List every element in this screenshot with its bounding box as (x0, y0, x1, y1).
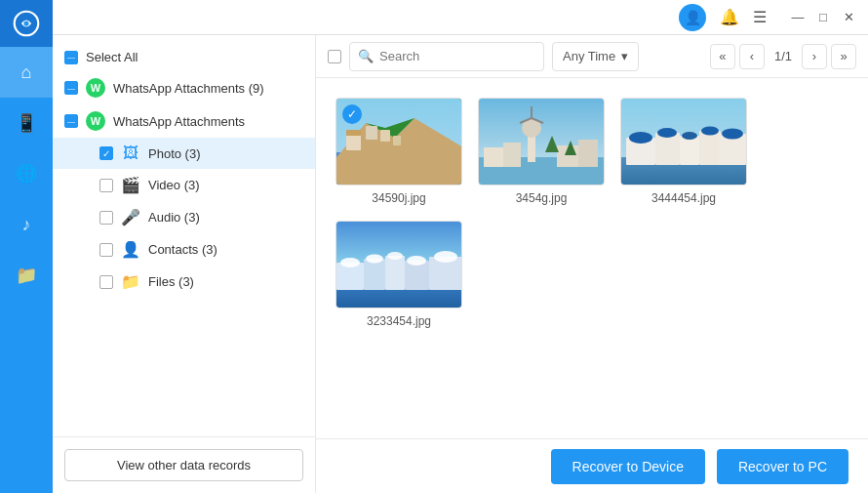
body-area: Select All W WhatsApp Attachments (9) W … (53, 35, 868, 493)
photo-checkbox[interactable] (99, 146, 113, 160)
nav-item-music[interactable]: ♪ (0, 199, 53, 250)
toolbar: 🔍 Any Time ▾ « ‹ 1/1 › » (316, 35, 868, 78)
video-checkbox[interactable] (99, 179, 113, 192)
photo-thumb-3[interactable] (620, 98, 747, 185)
svg-point-45 (387, 252, 403, 260)
svg-rect-28 (680, 136, 699, 165)
sidebar-item-photo[interactable]: 🖼 Photo (3) (53, 138, 315, 169)
photo-filename-2: 3454g.jpg (516, 191, 568, 205)
sidebar-item-audio[interactable]: 🎤 Audio (3) (53, 201, 315, 233)
select-all-checkbox[interactable] (64, 51, 78, 64)
sidebar-item-select-all[interactable]: Select All (53, 43, 315, 71)
photo-item-1[interactable]: ✓ 34590j.jpg (335, 98, 462, 205)
files-icon: 📁 (121, 272, 140, 291)
photo-item-3[interactable]: 3444454.jpg (620, 98, 747, 205)
svg-point-34 (701, 127, 719, 136)
sidebar-item-files[interactable]: 📁 Files (3) (53, 266, 315, 298)
sidebar-item-whatsapp-group[interactable]: W WhatsApp Attachments (9) (53, 71, 315, 104)
svg-rect-9 (380, 130, 390, 142)
svg-rect-8 (366, 126, 377, 140)
photo-item-2[interactable]: 3454g.jpg (478, 98, 605, 205)
content-select-all-checkbox[interactable] (328, 50, 341, 63)
video-label: Video (3) (148, 178, 303, 192)
contacts-checkbox[interactable] (99, 243, 113, 257)
recover-device-button[interactable]: Recover to Device (551, 449, 705, 484)
whatsapp-icon-1: W (86, 78, 105, 98)
minimize-button[interactable]: — (790, 10, 806, 25)
search-icon: 🔍 (358, 49, 374, 63)
photo-thumb-4[interactable] (335, 221, 462, 308)
svg-point-32 (657, 128, 677, 138)
window-controls: — □ ✕ (790, 10, 856, 25)
time-filter[interactable]: Any Time ▾ (552, 42, 639, 71)
photo-filename-3: 3444454.jpg (651, 191, 716, 205)
audio-icon: 🎤 (121, 208, 140, 226)
chevron-down-icon: ▾ (621, 49, 628, 63)
sidebar-item-contacts[interactable]: 👤 Contacts (3) (53, 233, 315, 266)
whatsapp-attachments-label: WhatsApp Attachments (113, 114, 303, 129)
menu-icon[interactable]: ☰ (753, 8, 767, 26)
svg-rect-10 (393, 136, 401, 145)
nav-bar: ⌂ 📱 🌐 ♪ 📁 (0, 0, 53, 493)
svg-rect-29 (699, 131, 721, 165)
action-bar: Recover to Device Recover to PC (316, 438, 868, 493)
audio-label: Audio (3) (148, 210, 303, 225)
sidebar-item-video[interactable]: 🎬 Video (3) (53, 169, 315, 201)
files-label: Files (3) (148, 274, 303, 289)
svg-point-44 (366, 255, 383, 264)
svg-point-33 (682, 132, 697, 140)
svg-rect-40 (385, 256, 405, 290)
search-box[interactable]: 🔍 (349, 42, 544, 71)
first-page-button[interactable]: « (710, 44, 735, 69)
last-page-button[interactable]: » (831, 44, 856, 69)
svg-rect-19 (503, 143, 521, 167)
next-page-button[interactable]: › (802, 44, 827, 69)
main-content: 👤 🔔 ☰ — □ ✕ Select All W (53, 0, 868, 493)
photo-label: Photo (3) (148, 146, 303, 161)
whatsapp-attachments-checkbox[interactable] (64, 114, 78, 128)
svg-point-47 (434, 251, 457, 263)
recover-pc-button[interactable]: Recover to PC (717, 449, 848, 484)
photo-filename-4: 3233454.jpg (367, 314, 431, 328)
view-other-button[interactable]: View other data records (64, 449, 303, 481)
sidebar-list: Select All W WhatsApp Attachments (9) W … (53, 35, 315, 436)
video-icon: 🎬 (121, 176, 140, 194)
nav-item-phone[interactable]: 📱 (0, 98, 53, 148)
title-bar-icons: 👤 🔔 ☰ — □ ✕ (679, 4, 856, 31)
svg-rect-7 (346, 130, 361, 136)
svg-point-43 (340, 258, 360, 267)
photo-grid: ✓ 34590j.jpg (316, 78, 868, 438)
photo-item-4[interactable]: 3233454.jpg (335, 221, 462, 328)
svg-point-1 (23, 21, 28, 25)
time-filter-label: Any Time (563, 49, 615, 63)
sidebar: Select All W WhatsApp Attachments (9) W … (53, 35, 316, 493)
files-checkbox[interactable] (99, 275, 113, 289)
page-info: 1/1 (769, 49, 798, 63)
photo-icon: 🖼 (121, 144, 140, 162)
whatsapp-group-checkbox[interactable] (64, 81, 78, 95)
close-button[interactable]: ✕ (841, 10, 856, 25)
sidebar-item-whatsapp-attachments[interactable]: W WhatsApp Attachments (53, 104, 315, 138)
content-area: 🔍 Any Time ▾ « ‹ 1/1 › » (316, 35, 868, 493)
nav-item-home[interactable]: ⌂ (0, 47, 53, 98)
prev-page-button[interactable]: ‹ (739, 44, 765, 69)
select-all-label: Select All (86, 50, 303, 64)
photo-thumb-1[interactable]: ✓ (335, 98, 462, 185)
nav-item-files[interactable]: 📁 (0, 250, 53, 301)
photo-thumb-2[interactable] (478, 98, 605, 185)
svg-rect-21 (578, 140, 598, 167)
maximize-button[interactable]: □ (815, 10, 831, 25)
pagination: « ‹ 1/1 › » (710, 44, 856, 69)
svg-rect-39 (364, 259, 385, 290)
sidebar-footer: View other data records (53, 436, 315, 493)
audio-checkbox[interactable] (99, 211, 113, 225)
search-input[interactable] (379, 49, 535, 63)
svg-rect-18 (484, 147, 503, 167)
svg-point-46 (407, 256, 426, 266)
nav-item-cloud[interactable]: 🌐 (0, 148, 53, 199)
svg-point-35 (722, 129, 743, 140)
app-logo (0, 0, 53, 47)
photo-selected-indicator-1: ✓ (342, 104, 362, 124)
avatar[interactable]: 👤 (679, 4, 706, 31)
notification-icon[interactable]: 🔔 (720, 8, 739, 26)
